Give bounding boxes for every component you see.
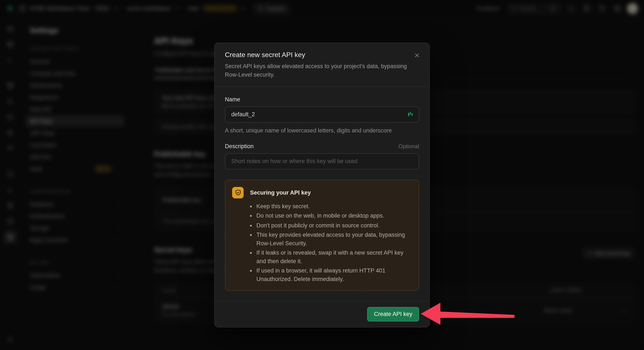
security-bullet: Keep this key secret. <box>256 202 412 210</box>
security-bullet: If it leaks or is revealed, swap it with… <box>256 249 412 266</box>
modal-body: Name A short, unique name of lowercased … <box>215 87 429 301</box>
name-field-help: A short, unique name of lowercased lette… <box>225 127 419 134</box>
generate-name-icon[interactable] <box>407 111 414 118</box>
modal-footer: Create API key <box>215 301 429 327</box>
close-icon <box>414 52 420 58</box>
shield-check-icon <box>232 187 244 198</box>
modal-subtitle: Secret API keys allow elevated access to… <box>225 62 419 80</box>
security-bullet: Don't post it publicly or commit in sour… <box>256 221 412 230</box>
modal-title: Create new secret API key <box>225 51 419 59</box>
security-bullet: Do not use on the web, in mobile or desk… <box>256 212 412 220</box>
modal-close-button[interactable] <box>412 50 422 61</box>
security-bullet: If used in a browser, it will always ret… <box>256 267 412 283</box>
name-field-label: Name <box>225 96 419 102</box>
name-input[interactable] <box>230 111 404 118</box>
security-callout-title: Securing your API key <box>250 189 311 196</box>
security-callout: Securing your API key Keep this key secr… <box>225 180 419 290</box>
security-callout-list: Keep this key secret. Do not use on the … <box>232 202 412 283</box>
screen: ACME Marketplace Team FREE / acme-market… <box>0 0 644 350</box>
create-secret-key-modal: Create new secret API key Secret API key… <box>214 42 430 327</box>
description-optional-label: Optional <box>398 143 419 149</box>
name-input-container <box>225 106 419 122</box>
create-api-key-button[interactable]: Create API key <box>367 307 419 321</box>
description-input[interactable] <box>230 158 414 165</box>
description-input-container <box>225 153 419 169</box>
description-field-label: Description <box>225 143 254 149</box>
security-bullet: This key provides elevated access to you… <box>256 231 412 248</box>
modal-header: Create new secret API key Secret API key… <box>215 43 429 87</box>
